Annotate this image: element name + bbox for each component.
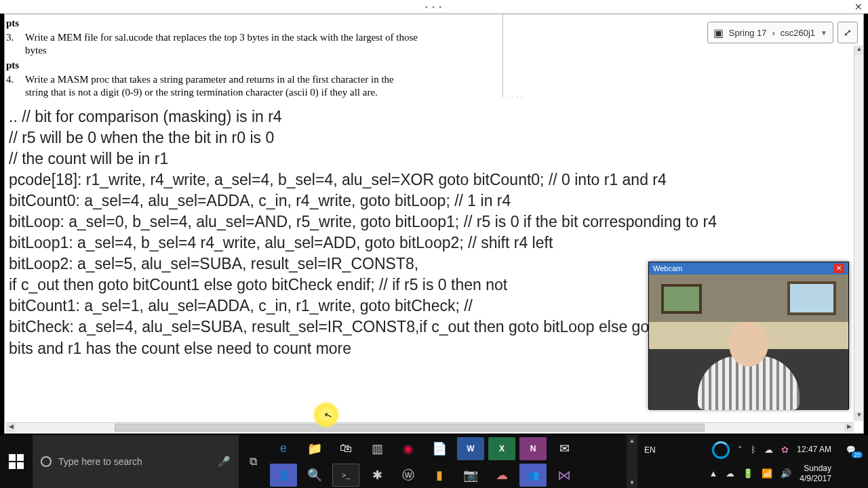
cortana-circle-icon [41, 456, 52, 467]
skype-icon: ☁ [496, 468, 508, 483]
taskbar-overflow-scrollbar[interactable]: ▲ ▼ [627, 435, 637, 488]
people-icon: 👥 [528, 470, 539, 481]
search-placeholder: Type here to search [58, 456, 142, 467]
skype-app[interactable]: ☁ [488, 464, 515, 487]
code-line: // the count will be in r1 [5, 148, 851, 169]
settings-app[interactable]: ✱ [363, 464, 391, 487]
magnifier-app[interactable]: 🔍 [301, 464, 328, 487]
taskbar-date[interactable]: Sunday 4/9/2017 [800, 464, 831, 483]
scroll-right-icon[interactable]: ▶ [844, 423, 854, 432]
notebook-dropdown[interactable]: ▣ Spring 17 › csc260j1 ▼ [707, 22, 833, 43]
points-label-4: pts [6, 59, 501, 72]
clock-time: 12:47 AM [797, 445, 831, 454]
clock-date: 4/9/2017 [800, 474, 831, 483]
webcam-bg-picture [661, 284, 702, 314]
scroll-down-icon[interactable]: ▼ [854, 411, 864, 421]
edge-app[interactable]: e [270, 437, 297, 460]
wp-icon: ⓦ [402, 467, 414, 483]
code-line: // r5 will be 0 when the the bit in r0 i… [5, 127, 851, 148]
pane-resize-dots[interactable]: . . . . [507, 92, 524, 99]
webcam-video [649, 274, 848, 410]
windows-taskbar: Type here to search 🎤 ⧉ e 📁 🛍 ▥ ◉ 📄 W X … [0, 435, 868, 488]
vertical-scrollbar[interactable]: ▲ ▼ [854, 45, 863, 421]
question-4: 4. Write a MASM proc that takes a string… [6, 73, 501, 99]
system-tray: EN ˄ ᛒ ☁ ✿ 12:47 AM 💬 20 ▲ ☁ 🔋 📶 🔊 Sunda… [637, 435, 868, 488]
tray-app-icon[interactable]: ☁ [726, 468, 734, 479]
section-name: csc260j1 [781, 28, 815, 38]
edge-icon: e [280, 441, 287, 455]
q3-text: Write a MEM file for sal.ucode that repl… [25, 31, 418, 57]
taskbar-search[interactable]: Type here to search 🎤 [33, 435, 239, 488]
teams-icon: 👤 [278, 470, 290, 481]
battery-icon[interactable]: 🔋 [743, 468, 753, 479]
scroll-left-icon[interactable]: ◀ [6, 423, 16, 432]
close-button[interactable]: ✕ [854, 1, 863, 12]
code-line: pcode[18]: r1_write, r4_write, a_sel=4, … [5, 169, 851, 190]
cortana-icon[interactable] [712, 441, 730, 459]
scroll-up-icon[interactable]: ▲ [854, 45, 864, 55]
tray-chevron-icon[interactable]: ˄ [738, 445, 743, 455]
tray-app-icon[interactable]: ▲ [709, 468, 717, 479]
word-app[interactable]: W [457, 437, 484, 460]
notepad-app[interactable]: 📄 [426, 437, 453, 460]
people-app[interactable]: 👥 [519, 464, 547, 487]
task-view-icon: ⧉ [250, 455, 257, 468]
wifi-icon[interactable]: 📶 [762, 468, 772, 479]
q3-number: 3. [6, 31, 20, 57]
mail-app[interactable]: ✉ [551, 437, 578, 460]
q4-number: 4. [6, 73, 20, 99]
excel-app[interactable]: X [488, 437, 515, 460]
teams-app[interactable]: 👤 [270, 464, 297, 487]
app-icon: ▥ [372, 441, 383, 456]
scroll-down-icon[interactable]: ▼ [629, 479, 635, 486]
scroll-up-icon[interactable]: ▲ [629, 437, 635, 444]
webcam-close-button[interactable]: ✕ [833, 264, 844, 273]
webcam-window[interactable]: Webcam ✕ [648, 262, 849, 409]
chrome-icon: ◉ [403, 441, 414, 456]
microphone-icon[interactable]: 🎤 [218, 455, 231, 468]
systray-row-bottom: ▲ ☁ 🔋 📶 🔊 Sunday 4/9/2017 [640, 462, 863, 485]
horizontal-scrollbar[interactable]: ◀ ▶ [6, 422, 854, 432]
action-center-button[interactable]: 💬 20 [840, 441, 863, 460]
store-app[interactable]: 🛍 [332, 437, 359, 460]
cmd-icon: >_ [342, 471, 351, 479]
file-explorer-app[interactable]: 📁 [301, 437, 328, 460]
chevron-down-icon: ▼ [821, 29, 827, 37]
app-icon: ▮ [436, 468, 443, 483]
scroll-thumb[interactable] [115, 424, 705, 432]
windows-logo-icon [9, 454, 24, 469]
taskbar-apps: e 📁 🛍 ▥ ◉ 📄 W X N ✉ 👤 🔍 >_ ✱ ⓦ ▮ 📷 ☁ 👥 ⋈ [267, 435, 627, 488]
chrome-app[interactable]: ◉ [395, 437, 422, 460]
clock-day: Sunday [800, 464, 831, 473]
breadcrumb-sep: › [772, 28, 774, 38]
onenote-app[interactable]: N [519, 437, 547, 460]
tray-app-icon[interactable]: ✿ [781, 445, 789, 455]
camera-app[interactable]: 📷 [457, 464, 484, 487]
titlebar-drag-dots[interactable]: • • • [0, 3, 868, 11]
visual-studio-app[interactable]: ⋈ [551, 464, 578, 487]
webcam-titlebar[interactable]: Webcam ✕ [649, 262, 848, 274]
expand-button[interactable]: ⤢ [837, 22, 858, 43]
settings-icon: ✱ [372, 468, 382, 483]
volume-icon[interactable]: 🔊 [781, 468, 791, 479]
taskbar-app[interactable]: ▮ [426, 464, 453, 487]
window-titlebar: • • • ✕ [0, 0, 868, 14]
vs-icon: ⋈ [557, 467, 571, 483]
store-icon: 🛍 [340, 441, 352, 455]
wordpress-app[interactable]: ⓦ [395, 464, 422, 487]
notification-badge: 20 [852, 451, 863, 458]
taskbar-app[interactable]: ▥ [363, 437, 391, 460]
bluetooth-icon[interactable]: ᛒ [751, 445, 756, 455]
camera-icon: 📷 [463, 468, 478, 483]
taskbar-clock[interactable]: 12:47 AM [797, 445, 831, 454]
onedrive-icon[interactable]: ☁ [764, 445, 773, 455]
notepad-icon: 📄 [432, 441, 447, 456]
code-line: bitCount0: a_sel=4, alu_sel=ADDA, c_in, … [5, 190, 851, 211]
language-indicator[interactable]: EN [644, 445, 656, 455]
taskbar-row-bottom: 👤 🔍 >_ ✱ ⓦ ▮ 📷 ☁ 👥 ⋈ [267, 462, 627, 488]
taskbar-row-top: e 📁 🛍 ▥ ◉ 📄 W X N ✉ [267, 435, 627, 462]
cmd-app[interactable]: >_ [332, 464, 359, 487]
task-view-button[interactable]: ⧉ [239, 435, 267, 488]
start-button[interactable] [0, 435, 33, 488]
points-label-3: pts [6, 17, 501, 30]
